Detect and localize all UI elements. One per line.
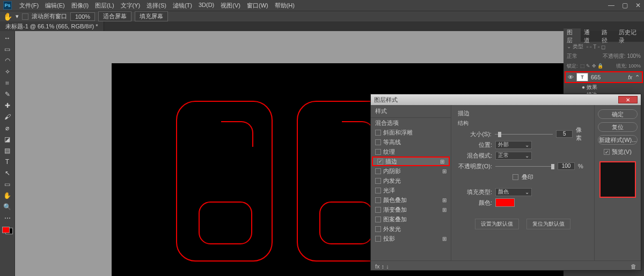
options-bar: ✋▾ 滚动所有窗口 100% 适合屏幕 填充屏幕 bbox=[0, 11, 644, 21]
style-contour[interactable]: 等高线 bbox=[371, 137, 451, 147]
style-settings: 描边 结构 大小(S): 5 像素 位置: 外部⌄ 混合模式: 正常⌄ 不透明度… bbox=[451, 105, 595, 260]
size-label: 大小(S): bbox=[458, 130, 492, 138]
menu-window[interactable]: 窗口(W) bbox=[244, 2, 272, 10]
layer-thumb: T bbox=[576, 73, 588, 81]
trash-icon[interactable]: 🗑 bbox=[631, 263, 636, 270]
chevron-down-icon[interactable]: ▾ bbox=[16, 13, 19, 20]
brush-tool[interactable]: 🖌 bbox=[2, 112, 13, 122]
hand-tool[interactable]: ✋ bbox=[2, 191, 13, 200]
fx-badge[interactable]: fx bbox=[628, 74, 632, 80]
struct-label: 结构 bbox=[458, 120, 588, 127]
style-satin[interactable]: 光泽 bbox=[371, 185, 451, 195]
style-texture[interactable]: 纹理 bbox=[371, 147, 451, 156]
marquee-tool[interactable]: ▭ bbox=[2, 44, 13, 54]
position-select[interactable]: 外部⌄ bbox=[495, 141, 532, 149]
style-gradient-overlay[interactable]: 渐变叠加⊞ bbox=[371, 205, 451, 214]
set-default-button[interactable]: 设置为默认值 bbox=[475, 219, 519, 229]
document-tab[interactable]: 未标题-1 @ 66.1% (665, RGB/8#) * bbox=[0, 21, 104, 31]
layer-665[interactable]: 👁 T 665 fx⌃ bbox=[565, 71, 643, 83]
layer-name-label: 665 bbox=[591, 74, 601, 80]
document-tabs: 未标题-1 @ 66.1% (665, RGB/8#) * bbox=[0, 21, 644, 31]
menu-image[interactable]: 图像(I) bbox=[68, 2, 92, 10]
dialog-footer: fx ↕ ↓ 🗑 bbox=[371, 260, 641, 271]
move-tool[interactable]: ↔ bbox=[2, 33, 13, 43]
type-tool[interactable]: T bbox=[2, 157, 13, 167]
style-list: 样式 混合选项 斜面和浮雕 等高线 纹理 ✓描边⊞ 内阴影⊞ 内发光 光泽 颜色… bbox=[371, 105, 451, 260]
dialog-buttons: 确定 复位 新建样式(W)... ✓ 预览(V) bbox=[595, 105, 641, 260]
eyedropper-tool[interactable]: ✎ bbox=[2, 89, 13, 99]
fill-screen-button[interactable]: 填充屏幕 bbox=[135, 11, 168, 21]
style-stroke[interactable]: ✓描边⊞ bbox=[372, 156, 450, 166]
ok-button[interactable]: 确定 bbox=[598, 109, 638, 119]
color-swatches[interactable] bbox=[2, 227, 13, 234]
menu-select[interactable]: 选择(S) bbox=[143, 2, 170, 10]
crop-tool[interactable]: ⌗ bbox=[2, 78, 13, 88]
maximize-icon[interactable]: ▢ bbox=[622, 2, 628, 9]
path-tool[interactable]: ↖ bbox=[2, 168, 13, 178]
scroll-all-checkbox[interactable] bbox=[22, 13, 28, 20]
blend-options-row[interactable]: 混合选项 bbox=[371, 118, 451, 128]
overprint-checkbox[interactable] bbox=[513, 174, 518, 180]
size-slider[interactable] bbox=[495, 134, 553, 135]
fx-effects-label: ● 效果 bbox=[564, 84, 644, 91]
style-color-overlay[interactable]: 颜色叠加⊞ bbox=[371, 195, 451, 205]
shape-tool[interactable]: ▭ bbox=[2, 180, 13, 189]
menu-bar: Ps 文件(F) 编辑(E) 图像(I) 图层(L) 文字(Y) 选择(S) 滤… bbox=[0, 0, 644, 11]
hand-tool-icon[interactable]: ✋ bbox=[3, 12, 12, 21]
fx-icon[interactable]: fx ↕ ↓ bbox=[375, 263, 389, 270]
section-title: 描边 bbox=[458, 109, 588, 117]
text-outline-six-1 bbox=[176, 101, 273, 262]
minimize-icon[interactable]: — bbox=[608, 2, 614, 9]
dialog-close-button[interactable]: ✕ bbox=[618, 96, 638, 103]
chevron-down-icon[interactable]: ⌃ bbox=[635, 74, 640, 81]
menu-help[interactable]: 帮助(H) bbox=[272, 2, 298, 10]
more-tools[interactable]: ⋯ bbox=[2, 213, 13, 223]
new-style-button[interactable]: 新建样式(W)... bbox=[598, 135, 638, 145]
dialog-title-bar[interactable]: 图层样式 ✕ bbox=[371, 94, 641, 105]
menu-filter[interactable]: 滤镜(T) bbox=[170, 2, 195, 10]
zoom-level-button[interactable]: 100% bbox=[70, 12, 95, 21]
fit-screen-button[interactable]: 适合屏幕 bbox=[98, 11, 131, 21]
menu-layer[interactable]: 图层(L) bbox=[92, 2, 117, 10]
menu-type[interactable]: 文字(Y) bbox=[118, 2, 144, 10]
style-outer-glow[interactable]: 外发光 bbox=[371, 224, 451, 234]
layer-filter[interactable]: ⌄ 类型▫ ▫ T ▫ ◻ bbox=[564, 42, 644, 51]
ps-logo: Ps bbox=[3, 1, 12, 10]
reset-default-button[interactable]: 复位为默认值 bbox=[526, 219, 570, 229]
color-swatch[interactable] bbox=[495, 198, 515, 207]
close-icon[interactable]: ✕ bbox=[635, 2, 641, 9]
healing-tool[interactable]: ✚ bbox=[2, 101, 13, 110]
size-input[interactable]: 5 bbox=[556, 130, 573, 138]
clone-tool[interactable]: ⌀ bbox=[2, 123, 13, 133]
gradient-tool[interactable]: ▤ bbox=[2, 146, 13, 155]
style-pattern-overlay[interactable]: 图案叠加 bbox=[371, 214, 451, 224]
zoom-tool[interactable]: 🔍 bbox=[2, 202, 13, 212]
style-inner-glow[interactable]: 内发光 bbox=[371, 176, 451, 185]
filltype-select[interactable]: 颜色⌄ bbox=[495, 188, 532, 196]
menu-file[interactable]: 文件(F) bbox=[16, 2, 42, 10]
cancel-button[interactable]: 复位 bbox=[598, 122, 638, 132]
opacity-value[interactable]: 100% bbox=[627, 53, 641, 59]
menu-3d[interactable]: 3D(D) bbox=[195, 2, 217, 10]
style-drop-shadow[interactable]: 投影⊞ bbox=[371, 234, 451, 243]
plus-icon[interactable]: ⊞ bbox=[440, 159, 444, 165]
opacity-input[interactable]: 100 bbox=[558, 162, 575, 170]
dialog-title: 图层样式 bbox=[374, 96, 398, 104]
color-label: 颜色: bbox=[458, 199, 492, 207]
lasso-tool[interactable]: ◠ bbox=[2, 56, 13, 65]
menu-view[interactable]: 视图(V) bbox=[217, 2, 244, 10]
style-bevel[interactable]: 斜面和浮雕 bbox=[371, 128, 451, 137]
eye-icon[interactable]: 👁 bbox=[568, 74, 574, 80]
lock-row: 锁定:⬚ ✎ ✥ 🔒 填充: 100% bbox=[564, 61, 644, 71]
menu-edit[interactable]: 编辑(E) bbox=[42, 2, 68, 10]
opacity-slider[interactable] bbox=[495, 166, 554, 167]
magic-wand-tool[interactable]: ✧ bbox=[2, 67, 13, 77]
position-label: 位置: bbox=[458, 141, 492, 149]
style-inner-shadow[interactable]: 内阴影⊞ bbox=[371, 166, 451, 176]
blendmode-select[interactable]: 正常⌄ bbox=[495, 152, 532, 160]
blend-mode-select[interactable]: 正常 bbox=[567, 53, 577, 60]
layer-style-dialog: 图层样式 ✕ 样式 混合选项 斜面和浮雕 等高线 纹理 ✓描边⊞ 内阴影⊞ 内发… bbox=[370, 94, 641, 271]
preview-checkbox[interactable]: ✓ bbox=[604, 149, 610, 155]
blendmode-label: 混合模式: bbox=[458, 152, 492, 160]
eraser-tool[interactable]: ◪ bbox=[2, 135, 13, 144]
